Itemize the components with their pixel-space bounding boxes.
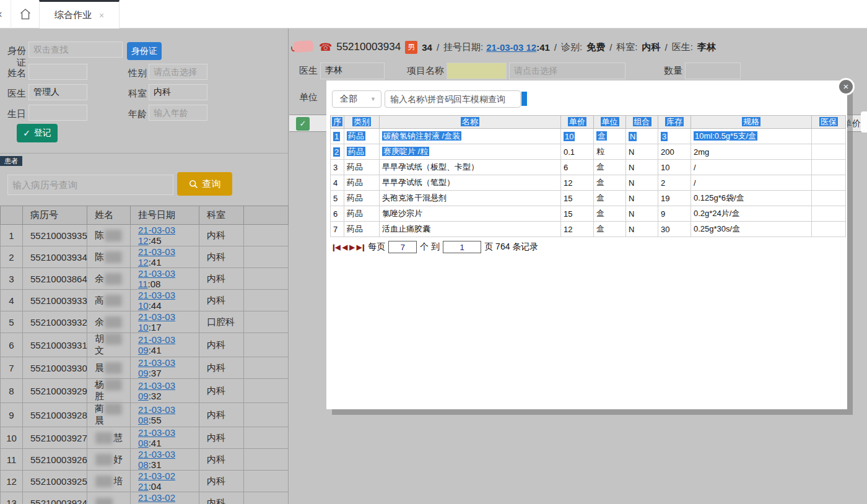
- tab-composite-work[interactable]: 综合作业 ×: [39, 0, 120, 28]
- dept-cell: 内科: [199, 379, 244, 403]
- drug-table-header: 序 类别 名称 单价 单位 组合 库存 规格 医保: [331, 116, 846, 129]
- per-page-input[interactable]: [388, 241, 417, 253]
- col-seq[interactable]: 序: [331, 116, 344, 129]
- mrn-cell: 55210003931: [23, 333, 87, 357]
- col-category[interactable]: 类别: [344, 116, 380, 129]
- table-row[interactable]: 10 55210003927 慧 21-03-03 08:41 内科: [1, 427, 289, 449]
- records-label: 页 764 条记录: [484, 241, 538, 253]
- home-icon: [19, 7, 32, 21]
- table-row[interactable]: 8 55210003929 杨胜 21-03-03 09:32 内科: [1, 379, 289, 403]
- drug-row[interactable]: 7 药品 活血止痛胶囊 12 盒 N 30 0.25g*30s/盒: [331, 222, 846, 237]
- redaction-smudge: [105, 230, 122, 241]
- checkbox-checked[interactable]: ✓: [296, 117, 310, 131]
- doctor-input[interactable]: [28, 84, 87, 100]
- table-row[interactable]: 6 55210003931 胡文 21-03-03 09:41 内科: [1, 333, 289, 357]
- drug-row[interactable]: 6 药品 氯唑沙宗片 15 盒 N 9 0.2g*24片/盒: [331, 206, 846, 222]
- table-row[interactable]: 4 55210003933 高 21-03-03 10:44 内科: [1, 290, 289, 311]
- table-row[interactable]: 11 55210003926 妤 21-03-03 08:31 内科: [1, 449, 289, 471]
- unit-row: 单位: [291, 92, 318, 103]
- col-mrn: 病历号: [23, 206, 87, 225]
- drug-row[interactable]: 3 药品 早早孕试纸（板型、卡型） 6 盒 N 10 /: [331, 160, 846, 175]
- reg-date-label: 挂号日期:: [443, 41, 483, 53]
- mrn-search-input[interactable]: [7, 175, 173, 195]
- idcard-button[interactable]: 身份证: [127, 42, 162, 60]
- name-cell: 陈: [87, 246, 131, 268]
- name-cell: 妤: [87, 449, 131, 471]
- query-button[interactable]: 查询: [177, 172, 232, 196]
- dept-cell: 内科: [199, 268, 244, 290]
- per-page-label: 每页: [368, 241, 385, 253]
- register-button[interactable]: ✓ 登记: [17, 124, 58, 142]
- drug-search-input[interactable]: [385, 90, 521, 108]
- mrn-cell: 55210003864: [23, 268, 87, 290]
- col-price[interactable]: 单价: [561, 116, 594, 129]
- home-button[interactable]: [11, 0, 39, 28]
- col-index: [1, 206, 23, 225]
- age-input[interactable]: [149, 105, 207, 121]
- drug-table: 序 类别 名称 单价 单位 组合 库存 规格 医保 1 药品 碳酸氢钠注射液 /…: [330, 115, 846, 237]
- col-stock[interactable]: 库存: [658, 116, 691, 129]
- redaction-smudge: [105, 295, 122, 306]
- redaction-smudge: [105, 316, 122, 328]
- redaction-smudge: [105, 273, 122, 285]
- search-icon: [189, 180, 198, 189]
- row-index: 10: [1, 427, 23, 449]
- order-doctor-input[interactable]: [320, 63, 385, 79]
- item-name-input[interactable]: [509, 63, 625, 79]
- grid-edge-cell: [861, 111, 867, 133]
- table-row[interactable]: 2 55210003934 陈 21-03-03 12:41 内科: [1, 246, 289, 268]
- table-row[interactable]: 12 55210003925 培 21-03-02 21:04 内科: [1, 471, 289, 492]
- category-dropdown[interactable]: 全部 ▼: [332, 90, 381, 108]
- gender-input[interactable]: [149, 64, 207, 80]
- col-combo[interactable]: 组合: [626, 116, 658, 129]
- table-row[interactable]: 7 55210003930 晨 21-03-03 09:37 内科: [1, 357, 289, 379]
- reg-date-link[interactable]: 21-03-03 12: [486, 42, 536, 53]
- first-page-icon[interactable]: ❙◀: [331, 243, 339, 251]
- drug-row[interactable]: 2 药品 赛庚啶片 /粒 0.1 粒 N 200 2mg: [331, 144, 846, 160]
- col-insurance[interactable]: 医保: [812, 116, 846, 129]
- date-cell: 21-03-03 11:08: [131, 268, 199, 290]
- qty-input[interactable]: [685, 63, 741, 79]
- chevrons-left-icon[interactable]: «: [0, 7, 2, 20]
- dept-input[interactable]: [149, 84, 207, 100]
- patients-badge: 患者: [0, 156, 22, 166]
- table-row[interactable]: 5 55210003932 余 21-03-03 10:17 口腔科: [1, 311, 289, 333]
- row-index: 3: [1, 268, 23, 290]
- date-cell: 21-03-03 10:44: [131, 290, 199, 311]
- order-form-row: 医生 项目名称 数量: [291, 62, 741, 79]
- dept-cell: 内科: [199, 471, 244, 492]
- next-page-icon[interactable]: ▶: [349, 243, 353, 251]
- table-row[interactable]: 9 55210003928 蔺晨 21-03-03 08:55 内科: [1, 403, 289, 427]
- dept-cell: 内科: [199, 333, 244, 357]
- col-unit[interactable]: 单位: [594, 116, 626, 129]
- dept-cell: 内科: [199, 492, 244, 504]
- item-code-input[interactable]: [447, 63, 507, 79]
- dialog-close-button[interactable]: ×: [837, 78, 855, 95]
- drug-row[interactable]: 4 药品 早早孕试纸（笔型） 12 盒 N 2 /: [331, 175, 846, 191]
- table-row[interactable]: 3 55210003864 余 21-03-03 11:08 内科: [1, 268, 289, 290]
- qty-label: 数量: [664, 65, 682, 77]
- col-spec[interactable]: 规格: [691, 116, 812, 129]
- redaction-smudge: [95, 454, 113, 466]
- col-drugname[interactable]: 名称: [380, 116, 561, 129]
- dept-cell: 内科: [199, 427, 244, 449]
- name-cell: 晨: [87, 357, 131, 379]
- row-index: 2: [1, 246, 23, 268]
- tab-close-icon[interactable]: ×: [99, 11, 104, 20]
- birthday-input[interactable]: [28, 105, 87, 121]
- registration-panel: 身份证 身份证 姓名 性别 医生 科室 生日 年龄 ✓ 登记 患者 查询 病历号…: [0, 28, 289, 504]
- date-cell: 21-03-03 08:41: [131, 427, 199, 449]
- name-input[interactable]: [28, 64, 87, 80]
- last-page-icon[interactable]: ▶❙: [357, 243, 365, 251]
- name-cell: 培: [87, 471, 131, 492]
- patient-age: 34: [422, 42, 432, 53]
- drug-row[interactable]: 5 药品 头孢克洛干混悬剂 15 盒 N 19 0.125g*6袋/盒: [331, 191, 846, 206]
- table-row[interactable]: 1 55210003935 陈 21-03-03 12:45 内科: [1, 225, 289, 246]
- drug-row[interactable]: 1 药品 碳酸氢钠注射液 /盒装 10 盒 N 3 10ml:0.5g*5支/盒: [331, 129, 846, 144]
- prev-page-icon[interactable]: ◀: [342, 243, 346, 251]
- idcard-input[interactable]: [28, 41, 123, 58]
- table-row[interactable]: 13 55210003924 21-03-02 18:34 内科: [1, 492, 289, 504]
- page-input[interactable]: [443, 241, 481, 253]
- mrn-cell: 55210003927: [23, 427, 87, 449]
- mrn-cell: 55210003926: [23, 449, 87, 471]
